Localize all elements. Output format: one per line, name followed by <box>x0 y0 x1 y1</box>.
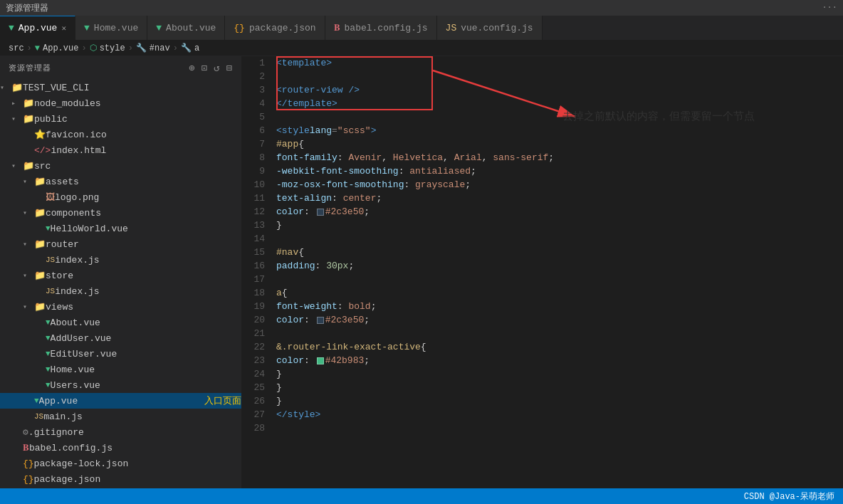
tree-item[interactable]: ▼AddUser.vue <box>0 330 241 346</box>
tree-item[interactable]: 📁src <box>0 158 241 174</box>
tab-babel-config[interactable]: 𝐁babel.config.js <box>325 16 437 40</box>
new-folder-icon[interactable]: ⊡ <box>201 62 208 74</box>
line-number: 21 <box>242 327 271 340</box>
editor: 1234567891011121314151617181920212223242… <box>242 56 843 488</box>
line-number: 5 <box>242 110 271 124</box>
refresh-icon[interactable]: ↺ <box>214 62 221 74</box>
tree-item[interactable]: ▼HelloWorld.vue <box>0 221 241 236</box>
html-file-icon: </> <box>34 145 51 156</box>
folder-icon: 📁 <box>11 82 23 93</box>
code-line <box>276 110 843 124</box>
tree-item[interactable]: ▼Home.vue <box>0 362 241 377</box>
tree-item[interactable]: 🖼logo.png <box>0 189 241 205</box>
code-line <box>276 327 843 340</box>
new-file-icon[interactable]: ⊕ <box>189 62 196 74</box>
tree-item[interactable]: ⚙.gitignore <box>0 424 241 440</box>
tree-item[interactable]: 📁components <box>0 205 241 221</box>
code-line: </template> <box>276 97 843 110</box>
line-number: 10 <box>242 178 271 191</box>
code-area[interactable]: <template> <router-view /></template> <s… <box>271 56 843 488</box>
tree-arrow <box>23 271 34 280</box>
code-line: <router-view /> <box>276 83 843 97</box>
js-file-icon: JS <box>34 412 43 421</box>
tree-arrow <box>11 115 23 123</box>
tree-item[interactable]: 📁TEST_VUE_CLI <box>0 80 241 95</box>
favicon-icon: ⭐ <box>34 129 46 140</box>
tree-label: Home.vue <box>51 364 241 375</box>
tree-label: index.html <box>51 145 241 156</box>
code-line: <template> <box>276 56 843 70</box>
tab-home-vue[interactable]: ▼Home.vue <box>75 16 147 40</box>
line-number: 18 <box>242 286 271 300</box>
tab-app-vue[interactable]: ▼App.vue✕ <box>0 16 75 40</box>
tree-item[interactable]: 📁store <box>0 268 241 283</box>
tab-about-vue[interactable]: ▼About.vue <box>147 16 225 40</box>
tree-item[interactable]: ⭐favicon.ico <box>0 127 241 142</box>
line-number: 26 <box>242 394 271 408</box>
code-line: } <box>276 381 843 394</box>
annotation-text: 去掉之前默认的内容，但需要留一个节点 <box>562 110 755 123</box>
code-line: } <box>276 219 843 232</box>
line-number: 25 <box>242 381 271 394</box>
tree-item[interactable]: JSindex.js <box>0 283 241 299</box>
tree-item[interactable]: 𝐁babel.config.js <box>0 440 241 456</box>
sidebar-tree: 📁TEST_VUE_CLI📁node_modules📁public⭐favico… <box>0 80 241 488</box>
tree-item[interactable]: {}package.json <box>0 471 241 487</box>
tree-item[interactable]: 📁public <box>0 111 241 127</box>
line-number: 9 <box>242 164 271 178</box>
tree-arrow <box>23 240 34 248</box>
tab-label: About.vue <box>166 23 216 33</box>
entry-page-annotation: 入口页面 <box>204 394 241 407</box>
tree-label: package-lock.json <box>34 458 241 469</box>
tab-close-icon[interactable]: ✕ <box>61 23 66 33</box>
tree-label: components <box>46 208 241 219</box>
line-number: 4 <box>242 97 271 110</box>
line-number: 28 <box>242 421 271 435</box>
tree-item[interactable]: ▼App.vue入口页面 <box>0 393 241 409</box>
code-line: font-family: Avenir, Helvetica, Arial, s… <box>276 151 843 164</box>
code-line: color: #42b983; <box>276 354 843 367</box>
vue-file-icon: ▼ <box>46 350 51 358</box>
tree-item[interactable]: 📁assets <box>0 174 241 189</box>
json-file-icon: {} <box>23 458 34 469</box>
tree-label: node_modules <box>34 98 241 109</box>
tree-item[interactable]: JSmain.js <box>0 409 241 424</box>
collapse-icon[interactable]: ⊟ <box>226 62 233 74</box>
tree-item[interactable]: ▼About.vue <box>0 315 241 330</box>
code-line <box>276 232 843 246</box>
tree-label: babel.config.js <box>29 443 241 453</box>
json-file-icon: {} <box>23 474 34 485</box>
code-line <box>276 421 843 435</box>
tree-label: package.json <box>34 474 241 485</box>
tree-arrow <box>23 177 34 186</box>
tree-item[interactable]: </>index.html <box>0 142 241 158</box>
tree-item[interactable]: JSindex.js <box>0 252 241 268</box>
tree-label: .gitignore <box>28 427 241 438</box>
vue-file-icon: ▼ <box>46 334 51 342</box>
tree-item[interactable]: {}package-lock.json <box>0 456 241 471</box>
line-number: 20 <box>242 313 271 327</box>
folder-icon: 📁 <box>34 238 46 250</box>
tree-item[interactable]: 📁views <box>0 299 241 315</box>
code-line <box>276 70 843 83</box>
tab-package-json[interactable]: {}package.json <box>225 16 325 40</box>
tree-label: index.js <box>55 255 241 266</box>
js-file-icon: JS <box>46 287 55 295</box>
line-number: 23 <box>242 354 271 367</box>
line-number: 17 <box>242 273 271 286</box>
line-number: 27 <box>242 408 271 421</box>
tab-vue-config[interactable]: JSvue.config.js <box>437 16 543 40</box>
breadcrumb: src › ▼ App.vue › ⬡ style › 🔧 #nav › 🔧 a <box>0 41 843 56</box>
tree-item[interactable]: ▼EditUser.vue <box>0 346 241 362</box>
line-number: 13 <box>242 219 271 232</box>
js-icon: JS <box>446 23 457 33</box>
status-bar: CSDN @Java-呆萌老师 <box>0 488 843 504</box>
json-icon: {} <box>234 23 245 33</box>
line-number: 6 <box>242 124 271 137</box>
line-number: 2 <box>242 70 271 83</box>
tree-item[interactable]: 📁router <box>0 236 241 252</box>
title-bar-dots: ··· <box>822 3 837 13</box>
line-number: 22 <box>242 340 271 354</box>
tree-item[interactable]: ▼Users.vue <box>0 377 241 393</box>
tree-item[interactable]: 📁node_modules <box>0 95 241 111</box>
